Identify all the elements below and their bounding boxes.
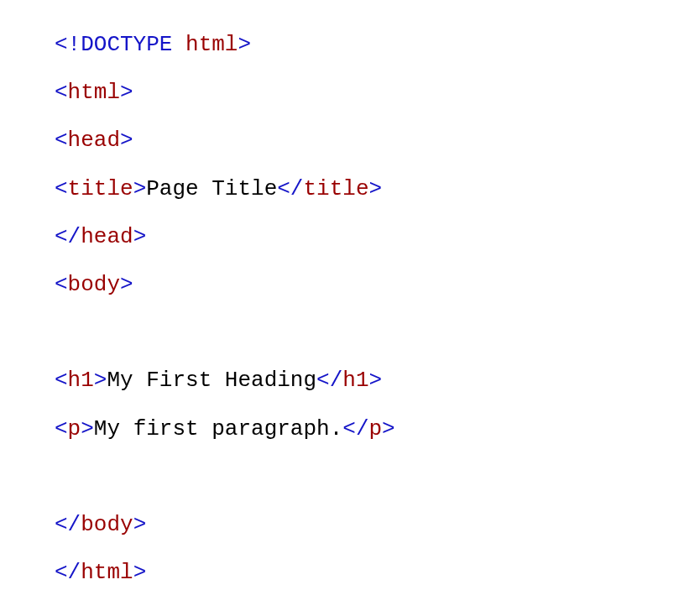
angle-bracket: < bbox=[55, 32, 68, 57]
angle-bracket: > bbox=[133, 512, 147, 537]
tag-title: title bbox=[68, 176, 133, 201]
tag-title-close: title bbox=[303, 176, 368, 201]
code-block: <!DOCTYPE html> <html> <head> <title>Pag… bbox=[0, 0, 700, 597]
tag-head-close: head bbox=[81, 224, 133, 249]
angle-bracket: < bbox=[55, 416, 68, 441]
angle-bracket: </ bbox=[55, 512, 81, 537]
paragraph-text: My first paragraph. bbox=[94, 416, 342, 441]
angle-bracket: > bbox=[382, 416, 395, 441]
tag-p: p bbox=[68, 416, 81, 441]
heading-text: My First Heading bbox=[107, 368, 316, 393]
title-text: Page Title bbox=[146, 176, 277, 201]
angle-bracket: > bbox=[369, 368, 383, 393]
tag-html: html bbox=[68, 80, 120, 105]
tag-head: head bbox=[68, 128, 120, 153]
angle-bracket: </ bbox=[55, 224, 81, 249]
angle-bracket: > bbox=[120, 128, 133, 153]
angle-bracket: < bbox=[55, 176, 68, 201]
angle-bracket: > bbox=[133, 560, 147, 585]
tag-h1: h1 bbox=[68, 368, 94, 393]
angle-bracket: > bbox=[120, 80, 133, 105]
angle-bracket: > bbox=[369, 176, 383, 201]
angle-bracket: </ bbox=[316, 368, 342, 393]
angle-bracket: </ bbox=[342, 416, 368, 441]
angle-bracket: > bbox=[81, 416, 94, 441]
angle-bracket: > bbox=[133, 176, 147, 201]
tag-p-close: p bbox=[369, 416, 383, 441]
angle-bracket: < bbox=[55, 368, 68, 393]
tag-html-close: html bbox=[81, 560, 133, 585]
angle-bracket: < bbox=[55, 272, 68, 297]
angle-bracket: < bbox=[55, 128, 68, 153]
tag-body-close: body bbox=[81, 512, 133, 537]
angle-bracket: > bbox=[133, 224, 147, 249]
tag-h1-close: h1 bbox=[342, 368, 368, 393]
angle-bracket: > bbox=[238, 32, 251, 57]
angle-bracket: > bbox=[120, 272, 133, 297]
angle-bracket: < bbox=[55, 80, 68, 105]
angle-bracket: </ bbox=[55, 560, 81, 585]
tag-body: body bbox=[68, 272, 120, 297]
doctype-html: html bbox=[185, 32, 238, 57]
angle-bracket: </ bbox=[277, 176, 303, 201]
doctype-bang: !DOCTYPE bbox=[68, 32, 173, 57]
space bbox=[172, 32, 185, 57]
angle-bracket: > bbox=[94, 368, 107, 393]
